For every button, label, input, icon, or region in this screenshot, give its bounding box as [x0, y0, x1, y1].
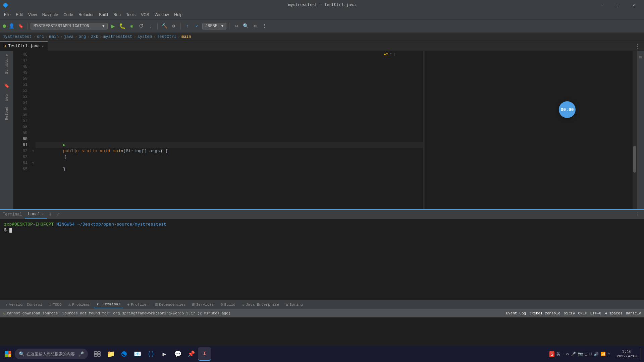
menu-view[interactable]: View	[25, 11, 40, 18]
run-config-selector[interactable]: MYSTRESSTESTAPPLICATION ▼	[31, 23, 108, 29]
vertical-scrollbar[interactable]	[633, 51, 637, 209]
taskbar-wechat[interactable]: 💬	[171, 347, 184, 361]
tray-icon-2[interactable]: □	[589, 352, 592, 356]
vcs-commit-button[interactable]: ✓	[193, 22, 201, 30]
taskbar-app-1[interactable]: 📌	[184, 347, 198, 361]
maximize-button[interactable]: □	[610, 0, 626, 10]
settings-icon[interactable]: ⚙	[251, 22, 259, 30]
tool-java-enterprise[interactable]: ☕ Java Enterprise	[239, 301, 282, 308]
menu-refactor[interactable]: Refactor	[76, 11, 96, 18]
tool-dependencies[interactable]: ◫ Dependencies	[153, 301, 188, 308]
breadcrumb-java[interactable]: java	[64, 35, 73, 39]
terminal-expand-button[interactable]: ⤢	[54, 212, 62, 217]
taskbar-outlook[interactable]: 📧	[131, 347, 144, 361]
run-gutter-icon[interactable]: ▶	[63, 143, 65, 147]
tray-icon-sougou[interactable]: S	[549, 351, 554, 357]
breadcrumb-class[interactable]: TestCtrl	[157, 35, 176, 39]
menu-navigate[interactable]: Navigate	[40, 11, 61, 18]
tray-icon-dot[interactable]: ·	[562, 352, 565, 356]
build-project-button[interactable]: ⚙	[170, 22, 178, 30]
system-clock[interactable]: 1:16 2022/4/10	[614, 350, 639, 358]
tool-problems[interactable]: ⚠ Problems	[66, 301, 93, 308]
right-sidebar-icon-1[interactable]: ⊞	[639, 52, 642, 62]
status-position[interactable]: 61:19	[564, 311, 575, 315]
taskbar-edge[interactable]	[117, 347, 131, 361]
status-jrebel-console[interactable]: JRebel Console	[529, 311, 560, 315]
sidebar-reload-icon[interactable]: Reload	[4, 107, 9, 120]
tray-icon-1[interactable]: ◫	[585, 352, 587, 357]
more-tools-icon[interactable]: ⋮	[260, 22, 268, 30]
code-content[interactable]: ▶ public static void main(String[] args)…	[36, 51, 423, 209]
vcs-update-button[interactable]: ↑	[183, 22, 192, 30]
tray-icon-wifi[interactable]: 📶	[601, 352, 606, 357]
tray-icon-keyboard[interactable]: 英	[556, 352, 560, 357]
profile-button[interactable]: ⏱	[137, 22, 145, 30]
tray-icon-cloud[interactable]: 📷	[578, 352, 583, 357]
terminal-icon[interactable]: ⊡	[232, 22, 240, 30]
terminal-tab-local[interactable]: Local ✕	[25, 210, 47, 219]
sidebar-web-icon[interactable]: Web	[4, 93, 9, 103]
editor-tab-testctrl[interactable]: J TestCtrl.java ✕	[0, 41, 48, 51]
status-encoding[interactable]: UTF-8	[590, 311, 601, 315]
tray-icon-mic[interactable]: 🎤	[571, 352, 576, 357]
taskbar-start-button[interactable]	[1, 347, 15, 361]
menu-help[interactable]: Help	[171, 11, 185, 18]
tray-icon-settings[interactable]: ⚙	[566, 352, 569, 357]
tool-services[interactable]: ◧ Services	[190, 301, 216, 308]
code-editor[interactable]: ▲2 ↑ ↓ 46 47 48 49 50 51 52 53 54 55 56 …	[13, 51, 423, 209]
tool-version-control[interactable]: ⑂ Version Control	[3, 301, 45, 308]
tool-build[interactable]: ⚙ Build	[218, 301, 238, 308]
more-run-button[interactable]: ⋮	[147, 22, 155, 30]
jrebel-label[interactable]: JREBEL ▼	[202, 23, 226, 29]
timer-bubble[interactable]: 00:00	[559, 101, 576, 118]
terminal-tab-close-button[interactable]: ✕	[42, 212, 44, 216]
run-button[interactable]: ▶	[109, 22, 117, 30]
menu-run[interactable]: Run	[111, 11, 123, 18]
tab-close-button[interactable]: ✕	[42, 44, 44, 48]
status-event-log[interactable]: Event Log	[506, 311, 526, 315]
sidebar-structure-icon[interactable]: Structure	[4, 52, 9, 76]
taskbar-potplayer[interactable]: ▶	[158, 347, 171, 361]
taskbar-search-bar[interactable]: 🔍 在这里输入您想搜索的内容 🎤	[15, 349, 88, 359]
menu-window[interactable]: Window	[152, 11, 172, 18]
debug-button[interactable]: 🐛	[118, 22, 126, 30]
navigate-up-icon[interactable]: ↑	[389, 52, 392, 57]
tool-spring[interactable]: ✿ Spring	[283, 301, 306, 308]
menu-edit[interactable]: Edit	[13, 11, 25, 18]
user-icon[interactable]: 👤	[7, 22, 15, 30]
taskbar-file-explorer[interactable]: 📁	[104, 347, 117, 361]
bookmark-icon[interactable]: 🔖	[17, 22, 25, 30]
minimize-button[interactable]: –	[595, 0, 610, 10]
breadcrumb-org[interactable]: org	[78, 35, 86, 39]
navigate-down-icon[interactable]: ↓	[393, 52, 396, 57]
scrollbar-thumb[interactable]	[633, 146, 636, 173]
breadcrumb-mystresstest[interactable]: mystresstest	[103, 35, 132, 39]
status-warning-icon[interactable]: ⚠	[3, 311, 5, 315]
taskbar-task-view[interactable]	[91, 347, 104, 361]
status-crlf[interactable]: CRLF	[578, 311, 587, 315]
tool-profiler[interactable]: ◈ Profiler	[124, 301, 151, 308]
close-button[interactable]: ✕	[626, 0, 641, 10]
tray-expand[interactable]: ^	[608, 352, 610, 356]
taskbar-vscode[interactable]: ⟨⟩	[144, 347, 158, 361]
sidebar-bookmarks-icon[interactable]: 🔖	[1, 80, 13, 92]
coverage-button[interactable]: ◉	[128, 22, 136, 30]
tool-terminal[interactable]: >_ Terminal	[94, 301, 123, 308]
menu-code[interactable]: Code	[61, 11, 76, 18]
terminal-more-button[interactable]: ⋮	[633, 212, 641, 217]
menu-file[interactable]: File	[1, 11, 13, 18]
status-indent[interactable]: 4 spaces	[605, 311, 623, 315]
breadcrumb-main[interactable]: main	[49, 35, 59, 39]
breadcrumb-project[interactable]: mystresstest	[3, 35, 32, 39]
breadcrumb-method[interactable]: main	[181, 35, 191, 39]
tray-icon-3[interactable]: 🔊	[594, 352, 599, 357]
menu-vcs[interactable]: VCS	[138, 11, 152, 18]
search-icon[interactable]: 🔍	[241, 22, 250, 30]
menu-tools[interactable]: Tools	[123, 11, 138, 18]
terminal-new-tab-button[interactable]: +	[47, 212, 54, 218]
taskbar-intellij[interactable]: I	[198, 347, 211, 361]
breadcrumb-system[interactable]: system	[138, 35, 152, 39]
tool-todo[interactable]: ☑ TODO	[46, 301, 64, 308]
tab-overflow-menu[interactable]: ⋮	[633, 43, 641, 51]
menu-build[interactable]: Build	[96, 11, 111, 18]
